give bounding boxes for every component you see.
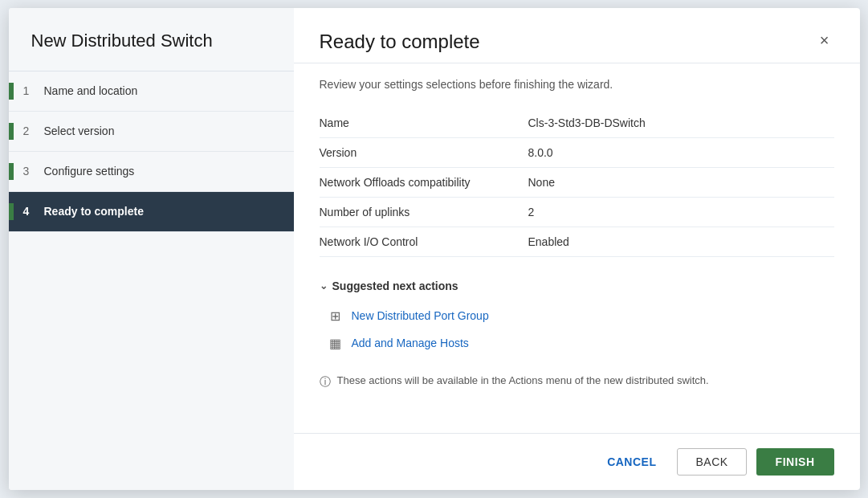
action-label: New Distributed Port Group: [352, 309, 489, 322]
sidebar-step-4[interactable]: 4 Ready to complete: [9, 192, 294, 232]
step-indicator: [9, 203, 14, 220]
step-indicator: [9, 163, 14, 180]
chevron-down-icon: ⌄: [320, 280, 328, 292]
suggested-action-item[interactable]: ▦ Add and Manage Hosts: [328, 329, 834, 357]
step-label: Ready to complete: [44, 203, 144, 220]
info-icon: ⓘ: [320, 374, 331, 390]
action-label: Add and Manage Hosts: [352, 337, 469, 349]
dialog: New Distributed Switch 1 Name and locati…: [9, 8, 860, 490]
finish-button[interactable]: FINISH: [756, 448, 834, 476]
setting-value: None: [528, 168, 834, 198]
content-body: Review your settings selections before f…: [294, 63, 860, 433]
step-indicator: [9, 83, 14, 100]
portgroup-icon: ⊞: [328, 308, 344, 324]
step-number: 1: [23, 83, 36, 100]
table-row: Network I/O Control Enabled: [320, 227, 834, 257]
content-header: Ready to complete ×: [294, 8, 860, 63]
setting-value: Cls-3-Std3-DB-DSwitch: [528, 108, 834, 138]
setting-label: Name: [320, 108, 528, 138]
settings-table: Name Cls-3-Std3-DB-DSwitch Version 8.0.0…: [320, 108, 834, 257]
setting-value: 2: [528, 198, 834, 227]
step-label: Name and location: [44, 83, 138, 100]
suggested-actions-list: ⊞ New Distributed Port Group ▦ Add and M…: [320, 302, 834, 357]
content-panel: Ready to complete × Review your settings…: [294, 8, 860, 490]
content-title: Ready to complete: [320, 31, 480, 53]
sidebar-step-2[interactable]: 2 Select version: [9, 112, 294, 152]
cancel-button[interactable]: CANCEL: [596, 449, 667, 475]
info-text: These actions will be available in the A…: [337, 373, 709, 389]
suggested-section: ⌄ Suggested next actions ⊞ New Distribut…: [320, 280, 834, 357]
table-row: Version 8.0.0: [320, 138, 834, 168]
sidebar-step-1[interactable]: 1 Name and location: [9, 71, 294, 112]
setting-value: Enabled: [528, 227, 834, 257]
sidebar: New Distributed Switch 1 Name and locati…: [9, 8, 294, 490]
step-label: Select version: [44, 123, 115, 140]
step-indicator: [9, 123, 14, 140]
setting-label: Number of uplinks: [320, 198, 528, 227]
hosts-icon: ▦: [328, 335, 344, 351]
setting-label: Network I/O Control: [320, 227, 528, 257]
step-number: 4: [23, 203, 36, 220]
content-footer: CANCEL BACK FINISH: [294, 433, 860, 490]
step-number: 2: [23, 123, 36, 140]
table-row: Network Offloads compatibility None: [320, 168, 834, 198]
table-row: Name Cls-3-Std3-DB-DSwitch: [320, 108, 834, 138]
setting-label: Version: [320, 138, 528, 168]
content-subtitle: Review your settings selections before f…: [320, 78, 834, 91]
sidebar-step-3[interactable]: 3 Configure settings: [9, 152, 294, 192]
step-number: 3: [23, 163, 36, 180]
table-row: Number of uplinks 2: [320, 198, 834, 227]
back-button[interactable]: BACK: [677, 448, 746, 476]
dialog-title: New Distributed Switch: [9, 8, 294, 71]
setting-label: Network Offloads compatibility: [320, 168, 528, 198]
suggested-header[interactable]: ⌄ Suggested next actions: [320, 280, 834, 292]
close-button[interactable]: ×: [815, 31, 834, 50]
step-label: Configure settings: [44, 163, 135, 180]
steps-list: 1 Name and location 2 Select version 3 C…: [9, 71, 294, 232]
setting-value: 8.0.0: [528, 138, 834, 168]
info-box: ⓘ These actions will be available in the…: [320, 373, 834, 390]
suggested-title: Suggested next actions: [332, 280, 458, 292]
suggested-action-item[interactable]: ⊞ New Distributed Port Group: [328, 302, 834, 329]
